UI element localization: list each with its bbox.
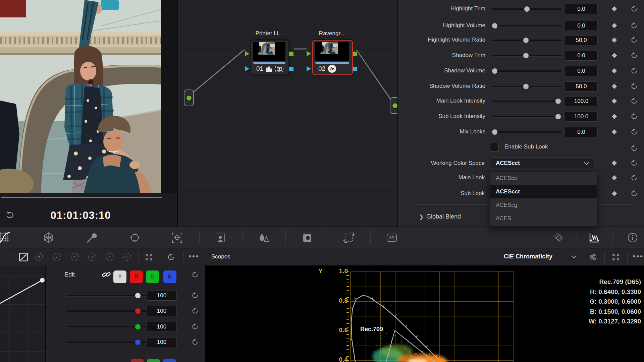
node-graph[interactable]: Printer Li… 01: [177, 0, 398, 227]
key-output-icon[interactable]: [353, 67, 357, 71]
keyframe-diamond-icon[interactable]: [612, 129, 617, 135]
param-value[interactable]: 0.0: [565, 66, 598, 76]
param-value[interactable]: 0.0: [565, 127, 598, 137]
gain-value-b[interactable]: 100: [147, 337, 177, 347]
soft-clip-r-button[interactable]: [131, 359, 144, 362]
reset-icon[interactable]: [191, 292, 199, 299]
keyframe-diamond-icon[interactable]: [612, 99, 617, 104]
corrector-node-01[interactable]: Printer Li… 01: [250, 40, 289, 75]
keyframe-diamond-icon[interactable]: [612, 84, 617, 89]
gain-slider-y[interactable]: [66, 295, 157, 296]
keyframe-diamond-icon[interactable]: [612, 175, 617, 181]
reset-icon[interactable]: [191, 271, 199, 279]
link-icon[interactable]: [102, 270, 111, 279]
reset-add-icon[interactable]: [167, 253, 175, 261]
reset-icon[interactable]: [630, 190, 638, 197]
more-icon[interactable]: ●●●: [188, 253, 199, 259]
expand-icon[interactable]: [611, 253, 620, 261]
channel-g-button[interactable]: G: [146, 270, 159, 283]
color-warper-icon[interactable]: [43, 232, 55, 244]
menu-option-acescct[interactable]: ACEScct: [490, 185, 597, 198]
reset-icon[interactable]: [191, 323, 199, 330]
param-value[interactable]: 0.0: [565, 21, 598, 31]
reset-icon[interactable]: [630, 174, 638, 182]
keyframe-diamond-icon[interactable]: [612, 68, 617, 74]
scope-settings-icon[interactable]: [589, 253, 597, 261]
reset-icon[interactable]: [630, 52, 638, 59]
enable-sub-look-checkbox[interactable]: [490, 143, 499, 152]
gain-slider-r[interactable]: [66, 310, 157, 312]
rgb-output-icon[interactable]: [353, 52, 357, 56]
param-slider[interactable]: [492, 116, 561, 117]
corrector-node-02[interactable]: Ravengr… 02 fx: [312, 40, 353, 75]
gain-slider-b[interactable]: [66, 342, 157, 343]
global-blend-section[interactable]: Global Blend: [426, 213, 461, 220]
reset-icon[interactable]: [191, 307, 199, 315]
rgb-input-icon[interactable]: [245, 51, 249, 56]
param-value[interactable]: 50.0: [565, 81, 598, 92]
qualifier-icon[interactable]: [86, 232, 98, 244]
menu-option-acescc[interactable]: ACEScc: [490, 172, 597, 185]
working-color-space-dropdown[interactable]: ACEScct: [490, 158, 594, 169]
gain-value-g[interactable]: 100: [147, 322, 177, 332]
hue-vs-lum-icon[interactable]: ☀: [71, 253, 79, 261]
reset-icon[interactable]: [630, 128, 638, 136]
reset-icon[interactable]: [630, 82, 638, 90]
gain-value-r[interactable]: 100: [147, 306, 177, 316]
rgb-output-icon[interactable]: [289, 52, 293, 56]
param-value[interactable]: 0.0: [565, 51, 598, 61]
more-icon[interactable]: ●●●: [632, 253, 643, 259]
magic-mask-icon[interactable]: [214, 232, 226, 244]
keyframe-diamond-icon[interactable]: [612, 114, 617, 119]
reset-icon[interactable]: [630, 5, 638, 13]
lum-vs-sat-icon[interactable]: ◑: [88, 253, 96, 261]
param-slider[interactable]: [492, 25, 561, 26]
info-icon[interactable]: [627, 232, 639, 244]
custom-curve-icon[interactable]: [19, 253, 28, 261]
keyframe-diamond-icon[interactable]: [612, 191, 617, 196]
param-value[interactable]: 50.0: [565, 35, 598, 45]
sat-vs-sat-icon[interactable]: ◖: [106, 253, 114, 261]
channel-r-button[interactable]: R: [130, 270, 143, 283]
hue-vs-hue-icon[interactable]: ✱: [35, 253, 43, 261]
key-output-icon[interactable]: [289, 67, 293, 71]
param-value[interactable]: 0.0: [565, 4, 598, 14]
scope-mode-select[interactable]: CIE Chromaticity: [504, 253, 552, 260]
channel-y-button[interactable]: Y: [113, 270, 126, 283]
reset-icon[interactable]: [191, 338, 199, 346]
channel-b-button[interactable]: B: [163, 270, 176, 283]
soft-clip-g-button[interactable]: [147, 359, 160, 362]
keyframes-icon[interactable]: [551, 232, 564, 244]
keyframe-diamond-icon[interactable]: [612, 53, 617, 58]
menu-option-acescg[interactable]: ACEScg: [490, 198, 597, 212]
keyframe-diamond-icon[interactable]: [612, 6, 617, 12]
key-input-icon[interactable]: [245, 66, 249, 71]
param-slider[interactable]: [492, 70, 561, 72]
reset-icon[interactable]: [630, 22, 638, 29]
hue-vs-sat-icon[interactable]: ◕: [53, 253, 61, 261]
sizing-icon[interactable]: [343, 232, 355, 244]
reset-icon[interactable]: [630, 144, 638, 152]
keyframe-diamond-icon[interactable]: [612, 38, 617, 43]
keyframe-diamond-icon[interactable]: [612, 23, 617, 28]
param-slider[interactable]: [492, 8, 561, 10]
curves-icon[interactable]: [0, 232, 11, 244]
reset-icon[interactable]: [630, 113, 638, 120]
expand-icon[interactable]: [145, 253, 153, 261]
key-icon[interactable]: [301, 232, 313, 244]
sat-vs-lum-icon[interactable]: ◐: [123, 253, 131, 261]
gain-value-y[interactable]: 100: [147, 291, 177, 301]
param-slider[interactable]: [492, 40, 561, 41]
source-node[interactable]: [184, 89, 194, 106]
keyframe-diamond-icon[interactable]: [612, 161, 617, 166]
param-slider[interactable]: [492, 101, 561, 102]
reset-icon[interactable]: [630, 97, 638, 105]
power-window-icon[interactable]: [129, 232, 141, 244]
reset-icon[interactable]: [630, 159, 638, 167]
menu-option-aces[interactable]: ACES: [490, 212, 597, 225]
soft-clip-b-button[interactable]: [163, 359, 176, 362]
param-slider[interactable]: [492, 131, 561, 133]
stereo-3d-icon[interactable]: 3D: [386, 232, 398, 244]
key-input-icon[interactable]: [307, 66, 311, 71]
param-slider[interactable]: [492, 55, 561, 56]
